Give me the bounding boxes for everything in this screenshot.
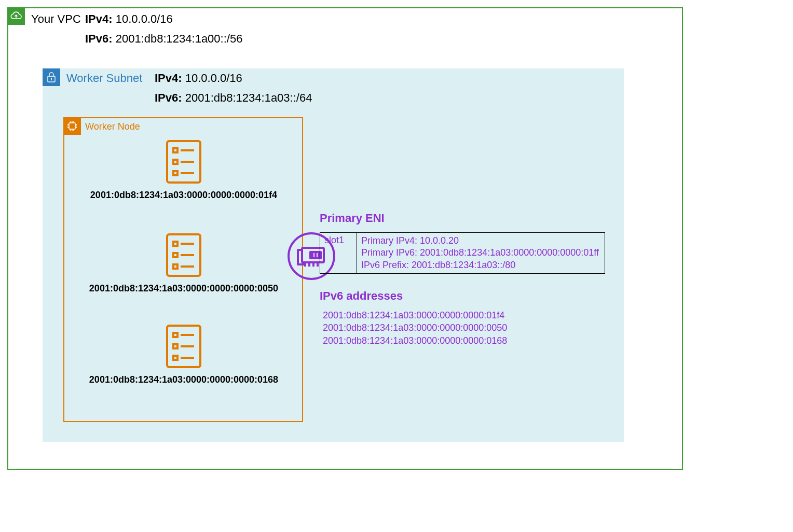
container-icon <box>165 271 202 279</box>
diagram-canvas: Your VPC IPv4: 10.0.0.0/16 IPv6: 2001:db… <box>0 0 793 532</box>
lock-icon <box>43 68 60 86</box>
ipv6-addresses-list: 2001:0db8:1234:1a03:0000:0000:0000:01f4 … <box>323 309 507 347</box>
ipv6-address-item: 2001:0db8:1234:1a03:0000:0000:0000:01f4 <box>323 309 507 321</box>
svg-rect-3 <box>69 123 75 129</box>
chip-icon <box>63 117 81 135</box>
vpc-container: Your VPC IPv4: 10.0.0.0/16 IPv6: 2001:db… <box>7 7 683 470</box>
subnet-ipv4-value: 10.0.0.0/16 <box>185 72 242 85</box>
pod-address: 2001:0db8:1234:1a03:0000:0000:0000:0050 <box>70 283 298 294</box>
svg-rect-35 <box>173 356 177 360</box>
container-icon <box>165 177 202 186</box>
svg-rect-28 <box>173 264 177 269</box>
subnet-title: Worker Subnet <box>66 72 142 85</box>
ipv6-address-item: 2001:0db8:1234:1a03:0000:0000:0000:0168 <box>323 334 507 347</box>
primary-eni-heading: Primary ENI <box>320 212 385 225</box>
container-icon <box>165 362 202 371</box>
worker-node-title: Worker Node <box>85 121 140 132</box>
svg-rect-19 <box>173 160 177 164</box>
subnet-ipv6-label: IPv6: <box>155 91 182 104</box>
vpc-title: Your VPC <box>31 12 81 26</box>
svg-rect-33 <box>173 344 177 348</box>
subnet-ipv6-value: 2001:db8:1234:1a03::/64 <box>185 91 312 104</box>
vpc-ipv4-label: IPv4: <box>85 12 113 25</box>
svg-rect-31 <box>173 333 177 337</box>
table-row: slot1 Primary IPv4: 10.0.0.20 Primary IP… <box>320 233 605 274</box>
svg-rect-21 <box>173 171 177 175</box>
eni-details-cell: Primary IPv4: 10.0.0.20 Primary IPv6: 20… <box>357 233 605 274</box>
pod-address: 2001:0db8:1234:1a03:0000:0000:0000:0168 <box>70 374 298 385</box>
eni-ipv6-prefix: IPv6 Prefix: 2001:db8:1234:1a03::/80 <box>361 259 600 271</box>
worker-node-container: Worker Node 2001:0db8:1234:1a03:0000 <box>63 117 303 422</box>
svg-point-1 <box>51 78 52 79</box>
subnet-ipv4: IPv4: 10.0.0.0/16 <box>155 72 242 85</box>
vpc-ipv6-value: 2001:db8:1234:1a00::/56 <box>116 32 243 45</box>
ipv6-addresses-heading: IPv6 addresses <box>320 289 403 303</box>
cloud-icon <box>7 7 25 25</box>
eni-table: slot1 Primary IPv4: 10.0.0.20 Primary IP… <box>320 232 605 274</box>
eni-primary-ipv6: Primary IPv6: 2001:0db8:1234:1a03:0000:0… <box>361 247 600 259</box>
pod-item: 2001:0db8:1234:1a03:0000:0000:0000:0168 <box>70 324 298 385</box>
vpc-ipv6-label: IPv6: <box>85 32 113 45</box>
eni-primary-ipv4: Primary IPv4: 10.0.0.20 <box>361 235 600 247</box>
pod-item: 2001:0db8:1234:1a03:0000:0000:0000:01f4 <box>70 139 298 201</box>
ipv6-address-item: 2001:0db8:1234:1a03:0000:0000:0000:0050 <box>323 321 507 334</box>
vpc-ipv6: IPv6: 2001:db8:1234:1a00::/56 <box>85 32 242 46</box>
pod-address: 2001:0db8:1234:1a03:0000:0000:0000:01f4 <box>70 190 298 201</box>
svg-rect-17 <box>173 148 177 152</box>
svg-rect-26 <box>173 253 177 257</box>
vpc-ipv4-value: 10.0.0.0/16 <box>116 12 173 25</box>
pod-item: 2001:0db8:1234:1a03:0000:0000:0000:0050 <box>70 232 298 294</box>
svg-rect-24 <box>173 242 177 246</box>
eni-slot-cell: slot1 <box>320 233 357 274</box>
subnet-ipv6: IPv6: 2001:db8:1234:1a03::/64 <box>155 91 312 105</box>
subnet-ipv4-label: IPv4: <box>155 72 182 85</box>
subnet-container: Worker Subnet IPv4: 10.0.0.0/16 IPv6: 20… <box>43 68 624 442</box>
vpc-ipv4: IPv4: 10.0.0.0/16 <box>85 12 173 26</box>
